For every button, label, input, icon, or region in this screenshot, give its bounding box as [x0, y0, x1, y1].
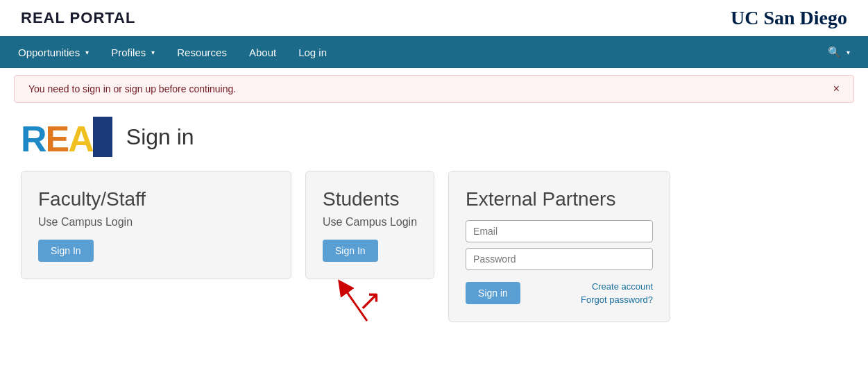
email-input[interactable] — [466, 220, 653, 242]
logo-e: E — [46, 121, 69, 157]
external-card-title: External Partners — [466, 188, 653, 210]
logo-l — [93, 117, 112, 157]
external-signin-button[interactable]: Sign in — [466, 282, 520, 304]
alert-message: You need to sign in or sign up before co… — [28, 83, 236, 94]
alert-close-button[interactable]: × — [833, 83, 840, 95]
students-card: Students Use Campus Login Sign In — [305, 171, 434, 279]
signin-title: Sign in — [126, 124, 194, 150]
faculty-card-title: Faculty/Staff — [38, 188, 274, 210]
svg-line-1 — [343, 286, 367, 321]
external-partners-card: External Partners Sign in Create account… — [448, 171, 670, 322]
ext-actions: Sign in Create account Forgot password? — [466, 281, 653, 305]
chevron-down-icon: ▾ — [846, 49, 850, 56]
ext-links: Create account Forgot password? — [581, 281, 653, 305]
faculty-staff-card: Faculty/Staff Use Campus Login Sign In — [21, 171, 291, 279]
faculty-signin-button[interactable]: Sign In — [38, 240, 94, 262]
forgot-password-link[interactable]: Forgot password? — [581, 294, 653, 305]
nav-profiles[interactable]: Profiles ▾ — [100, 37, 166, 68]
students-signin-button[interactable]: Sign In — [323, 240, 378, 262]
login-cards: Faculty/Staff Use Campus Login Sign In S… — [21, 171, 847, 322]
nav-search[interactable]: 🔍 ▾ — [817, 36, 861, 68]
signin-header: R E A Sign in — [21, 117, 847, 157]
alert-banner: You need to sign in or sign up before co… — [14, 75, 854, 103]
navbar: Opportunities ▾ Profiles ▾ Resources Abo… — [0, 36, 868, 68]
nav-about[interactable]: About — [238, 37, 287, 68]
nav-login[interactable]: Log in — [287, 37, 338, 68]
ucsd-logo: UC San Diego — [731, 7, 847, 29]
logo-r: R — [21, 121, 46, 157]
students-card-wrapper: Students Use Campus Login Sign In ↗︎ — [305, 171, 434, 279]
search-icon: 🔍 — [828, 46, 841, 58]
nav-resources[interactable]: Resources — [166, 37, 238, 68]
create-account-link[interactable]: Create account — [592, 281, 653, 292]
password-input[interactable] — [466, 248, 653, 270]
students-card-title: Students — [323, 188, 417, 210]
real-logo: R E A — [21, 117, 112, 157]
nav-opportunities[interactable]: Opportunities ▾ — [7, 37, 100, 68]
chevron-down-icon: ▾ — [151, 49, 155, 56]
site-title: REAL PORTAL — [21, 9, 135, 27]
students-card-subtitle: Use Campus Login — [323, 216, 417, 228]
logo-a: A — [68, 121, 93, 157]
faculty-card-subtitle: Use Campus Login — [38, 216, 274, 228]
chevron-down-icon: ▾ — [85, 49, 89, 56]
main-content: R E A Sign in Faculty/Staff Use Campus L… — [0, 110, 868, 343]
top-header: REAL PORTAL UC San Diego — [0, 0, 868, 36]
red-arrow-svg — [329, 276, 384, 324]
